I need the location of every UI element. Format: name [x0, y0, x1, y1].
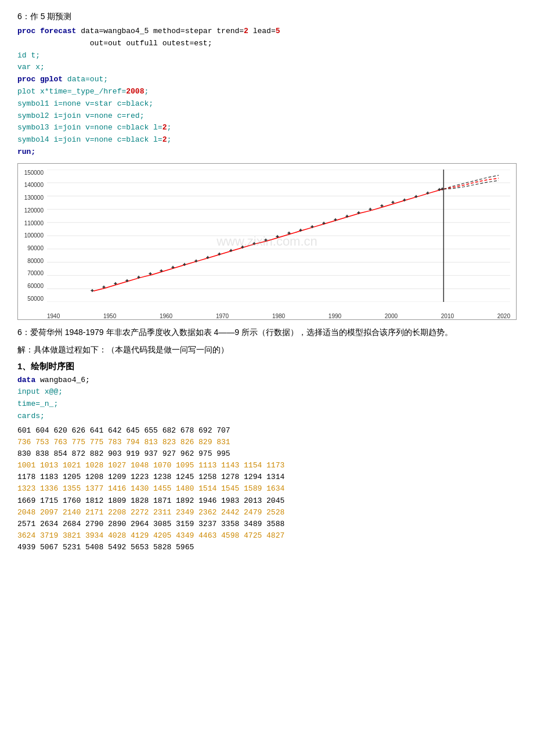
svg-text:✦: ✦: [91, 289, 94, 293]
code-block-1: proc forecast data=wangbao4_5 method=ste…: [17, 26, 517, 159]
svg-text:✦: ✦: [160, 269, 163, 273]
svg-text:✦: ✦: [311, 225, 314, 229]
data-row-5: 1178 1183 1205 1208 1209 1223 1238 1245 …: [17, 471, 517, 483]
svg-text:✦: ✦: [252, 242, 256, 246]
svg-text:✦: ✦: [264, 238, 268, 242]
code-line-9: symbol3 i=join v=none c=black l=2;: [17, 122, 517, 134]
code-line-10: symbol4 i=join v=none c=black l=2;: [17, 134, 517, 146]
code2-line4: cards;: [17, 411, 517, 423]
code-line-6: plot x*time=_type_/href=2008;: [17, 86, 517, 98]
svg-text:✦: ✦: [276, 235, 279, 239]
svg-text:✦: ✦: [125, 279, 129, 283]
svg-text:✦: ✦: [391, 200, 395, 204]
code-line-4: var x;: [17, 62, 517, 74]
code-line-5: proc gplot data=out;: [17, 74, 517, 86]
section6-label: 6：作 5 期预测: [17, 12, 517, 22]
solution-text: 解：具体做题过程如下：（本题代码我是做一问写一问的）: [17, 343, 517, 356]
svg-text:✦: ✦: [369, 207, 372, 211]
chart-svg: ✦ ✦ ✦ ✦ ✦ ✦ ✦ ✦ ✦ ✦ ✦ ✦ ✦ ✦ ✦ ✦ ✦ ✦ ✦ ✦ …: [47, 170, 510, 302]
svg-text:✦: ✦: [102, 285, 106, 289]
data-row-9: 2571 2634 2684 2790 2890 2964 3085 3159 …: [17, 519, 517, 530]
data-row-4: 1001 1013 1021 1028 1027 1048 1070 1095 …: [17, 460, 517, 471]
svg-text:✦: ✦: [114, 282, 117, 286]
svg-text:✦: ✦: [241, 245, 244, 249]
code2-line1: data wangbao4_6;: [17, 375, 517, 387]
code-line-8: symbol2 i=join v=none c=red;: [17, 110, 517, 123]
code-line-3: id t;: [17, 50, 517, 62]
svg-text:✦: ✦: [171, 265, 175, 269]
svg-text:✦: ✦: [287, 231, 291, 235]
svg-text:✦: ✦: [137, 275, 140, 279]
svg-text:✦: ✦: [357, 211, 360, 215]
data-row-3: 830 838 854 872 882 903 919 937 927 962 …: [17, 448, 517, 460]
svg-text:✦: ✦: [426, 190, 430, 195]
svg-text:✦: ✦: [149, 272, 152, 276]
code-line-7: symbol1 i=none v=star c=black;: [17, 98, 517, 110]
forecast-upper: [443, 175, 499, 189]
data-row-1: 601 604 620 626 641 642 645 655 682 678 …: [17, 425, 517, 437]
svg-text:✦: ✦: [380, 204, 384, 208]
svg-text:✦: ✦: [218, 251, 221, 255]
code-line-11: run;: [17, 146, 517, 159]
svg-text:✦: ✦: [206, 255, 210, 259]
data-row-2: 736 753 763 775 775 783 794 813 823 826 …: [17, 437, 517, 448]
code2-line3: time=_n_;: [17, 398, 517, 411]
section6b-description: 6：爱荷华州 1948-1979 年非农产品季度收入数据如表 4——9 所示（行…: [17, 326, 517, 339]
svg-text:✦: ✦: [403, 197, 406, 201]
data-row-10: 3624 3719 3821 3934 4028 4129 4205 4349 …: [17, 530, 517, 542]
forecast-mid: [443, 178, 499, 189]
code-line-2: out=out outfull outest=est;: [17, 38, 517, 50]
svg-text:✦: ✦: [194, 258, 198, 262]
data-block: 601 604 620 626 641 642 645 655 682 678 …: [17, 425, 517, 554]
keyword-proc-gplot: proc gplot: [17, 75, 63, 84]
data-row-6: 1323 1336 1355 1377 1416 1430 1455 1480 …: [17, 483, 517, 495]
svg-text:✦: ✦: [322, 221, 326, 225]
svg-text:✦: ✦: [414, 194, 418, 198]
svg-text:✦: ✦: [334, 218, 337, 222]
x-axis: 1940 1950 1960 1970 1980 1990 2000 2010 …: [47, 311, 510, 319]
code-block-2: data wangbao4_6; input x@@; time=_n_; ca…: [17, 375, 517, 423]
keyword-run: run;: [17, 147, 35, 156]
y-axis: 150000 140000 130000 120000 110000 10000…: [18, 170, 46, 302]
svg-text:✦: ✦: [183, 262, 186, 266]
keyword-proc: proc forecast: [17, 27, 76, 35]
section1-title: 1、绘制时序图: [17, 361, 517, 372]
code-line-1: proc forecast data=wangbao4_5 method=ste…: [17, 26, 517, 38]
svg-text:✦: ✦: [229, 249, 233, 253]
data-row-8: 2048 2097 2140 2171 2208 2272 2311 2349 …: [17, 507, 517, 519]
svg-text:✦: ✦: [345, 214, 349, 218]
svg-text:✦: ✦: [299, 228, 302, 232]
code2-line2: input x@@;: [17, 386, 517, 398]
forecast-chart: 150000 140000 130000 120000 110000 10000…: [17, 163, 517, 320]
data-row-11: 4939 5067 5231 5408 5492 5653 5828 5965: [17, 542, 517, 553]
data-row-7: 1669 1715 1760 1812 1809 1828 1871 1892 …: [17, 495, 517, 507]
